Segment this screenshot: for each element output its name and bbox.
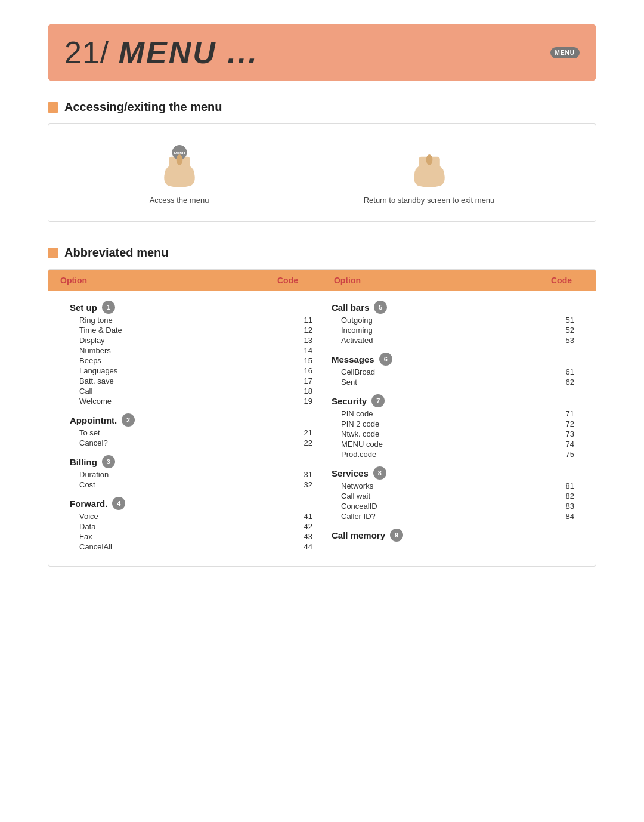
menu-category: Services8 bbox=[332, 466, 574, 480]
menu-item-code: 32 bbox=[295, 480, 312, 489]
menu-row: Sent62 bbox=[332, 377, 574, 387]
menu-item-code: 84 bbox=[556, 512, 574, 521]
menu-item-name: Call wait bbox=[341, 492, 370, 500]
category-label: Forward. bbox=[70, 499, 107, 509]
menu-item-name: Networks bbox=[341, 481, 373, 490]
menu-row: To set21 bbox=[70, 428, 312, 438]
key-badge: 7 bbox=[371, 394, 385, 407]
menu-row: Call wait82 bbox=[332, 491, 574, 501]
page-title: 21/ MENU ... bbox=[64, 35, 259, 70]
menu-row: PIN code71 bbox=[332, 409, 574, 419]
menu-item-name: To set bbox=[79, 428, 100, 437]
menu-item-code: 11 bbox=[295, 316, 312, 325]
menu-item-name: ConcealID bbox=[341, 502, 377, 511]
category-label: Call bars bbox=[332, 302, 369, 313]
menu-category: Appointmt.2 bbox=[70, 413, 312, 427]
access-section-heading: Accessing/exiting the menu bbox=[48, 100, 596, 114]
menu-item-code: 74 bbox=[556, 440, 574, 449]
key-badge: 9 bbox=[390, 529, 403, 542]
menu-item-code: 52 bbox=[556, 326, 574, 335]
category-label: Call memory bbox=[332, 530, 385, 540]
menu-item-name: Outgoing bbox=[341, 316, 373, 325]
svg-point-4 bbox=[176, 154, 182, 165]
menu-item-code: 12 bbox=[295, 326, 312, 335]
menu-item-name: PIN 2 code bbox=[341, 419, 379, 428]
svg-text:MENU: MENU bbox=[174, 151, 185, 155]
menu-item-name: Prod.code bbox=[341, 450, 376, 459]
menu-item-name: Cancel? bbox=[79, 438, 108, 447]
menu-item-code: 51 bbox=[556, 316, 574, 325]
menu-item-code: 21 bbox=[295, 428, 312, 437]
menu-item-code: 19 bbox=[295, 397, 312, 406]
key-badge: 6 bbox=[379, 353, 392, 366]
menu-item-code: 73 bbox=[556, 429, 574, 438]
category-label: Set up bbox=[70, 302, 97, 313]
menu-row: Data42 bbox=[70, 521, 312, 531]
return-button-illustration bbox=[402, 141, 456, 188]
menu-item-name: Batt. save bbox=[79, 376, 114, 385]
menu-item-name: Voice bbox=[79, 512, 98, 521]
menu-item-name: Beeps bbox=[79, 356, 101, 365]
category-label: Appointmt. bbox=[70, 415, 117, 425]
menu-row: MENU code74 bbox=[332, 439, 574, 449]
menu-row: Incoming52 bbox=[332, 325, 574, 335]
menu-badge: MENU bbox=[550, 47, 580, 58]
menu-item-code: 82 bbox=[556, 492, 574, 500]
menu-item-name: Numbers bbox=[79, 346, 111, 355]
category-label: Billing bbox=[70, 457, 97, 467]
menu-category: Call memory9 bbox=[332, 529, 574, 542]
key-badge: 2 bbox=[122, 413, 135, 427]
menu-item-name: Time & Date bbox=[79, 326, 122, 335]
menu-row: Ntwk. code73 bbox=[332, 429, 574, 439]
access-item-menu: MENU Access the menu bbox=[150, 141, 209, 205]
page-header: 21/ MENU ... MENU bbox=[48, 24, 596, 81]
col-header-option-left: Option bbox=[48, 270, 178, 291]
menu-row: Voice41 bbox=[70, 511, 312, 521]
menu-item-name: CancelAll bbox=[79, 542, 112, 551]
menu-item-name: Fax bbox=[79, 532, 92, 541]
menu-item-name: Welcome bbox=[79, 397, 112, 406]
menu-row: Outgoing51 bbox=[332, 315, 574, 325]
menu-item-name: CellBroad bbox=[341, 367, 375, 376]
menu-item-name: Display bbox=[79, 336, 105, 345]
menu-item-code: 75 bbox=[556, 450, 574, 459]
menu-item-name: Incoming bbox=[341, 326, 373, 335]
key-badge: 3 bbox=[102, 455, 115, 468]
menu-item-code: 61 bbox=[556, 367, 574, 376]
menu-row: ConcealID83 bbox=[332, 501, 574, 511]
category-label: Security bbox=[332, 396, 367, 406]
menu-item-code: 17 bbox=[295, 376, 312, 385]
menu-item-code: 43 bbox=[295, 532, 312, 541]
menu-row: Prod.code75 bbox=[332, 449, 574, 459]
menu-row: Display13 bbox=[70, 335, 312, 345]
key-badge: 1 bbox=[102, 301, 115, 314]
menu-item-code: 72 bbox=[556, 419, 574, 428]
menu-row: Networks81 bbox=[332, 481, 574, 491]
menu-category: Call bars5 bbox=[332, 301, 574, 314]
menu-category: Security7 bbox=[332, 394, 574, 407]
menu-row: Time & Date12 bbox=[70, 325, 312, 335]
category-label: Services bbox=[332, 468, 369, 478]
menu-item-code: 42 bbox=[295, 522, 312, 531]
menu-item-code: 13 bbox=[295, 336, 312, 345]
menu-item-name: Ntwk. code bbox=[341, 429, 379, 438]
menu-item-code: 62 bbox=[556, 378, 574, 387]
menu-category: Messages6 bbox=[332, 353, 574, 366]
menu-item-code: 31 bbox=[295, 470, 312, 479]
menu-row: Cancel?22 bbox=[70, 438, 312, 448]
key-badge: 5 bbox=[374, 301, 387, 314]
menu-row: Languages16 bbox=[70, 366, 312, 376]
menu-category: Billing3 bbox=[70, 455, 312, 468]
col-header-code-right: Code bbox=[451, 270, 596, 291]
menu-row: CellBroad61 bbox=[332, 367, 574, 377]
key-badge: 8 bbox=[373, 466, 386, 480]
menu-item-name: Cost bbox=[79, 480, 95, 489]
menu-col-left: Set up1Ring tone11Time & Date12Display13… bbox=[60, 301, 322, 552]
menu-item-code: 53 bbox=[556, 336, 574, 345]
menu-row: Duration31 bbox=[70, 469, 312, 480]
menu-row: Batt. save17 bbox=[70, 376, 312, 386]
menu-row: Ring tone11 bbox=[70, 315, 312, 325]
menu-item-name: Data bbox=[79, 522, 95, 531]
category-label: Messages bbox=[332, 354, 374, 364]
menu-row: Activated53 bbox=[332, 335, 574, 345]
